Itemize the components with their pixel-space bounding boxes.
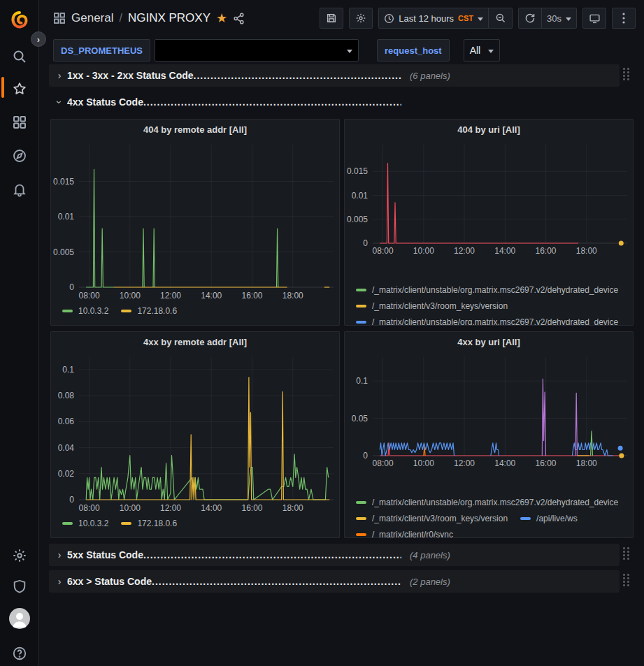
row-panel-count: (6 panels): [410, 71, 450, 81]
grafana-logo-icon[interactable]: [0, 8, 39, 32]
chevron-down-icon: [488, 50, 494, 53]
chevron-down-icon: [566, 17, 571, 21]
legend-item[interactable]: /_matrix/client/v3/room_keys/version: [356, 514, 508, 523]
panel-4xx-by-remote-addr: 4xx by remote addr [All] 00.020.040.060.…: [50, 331, 340, 538]
row-title: 5xx Status Code: [67, 549, 143, 560]
share-icon[interactable]: [233, 13, 245, 24]
legend-series-label: 172.18.0.6: [137, 519, 177, 528]
panel-legend: /_matrix/client/unstable/org.matrix.msc2…: [356, 494, 630, 538]
svg-text:12:00: 12:00: [160, 291, 181, 301]
sidebar-expand-button[interactable]: ›: [31, 31, 46, 47]
svg-text:14:00: 14:00: [201, 503, 222, 513]
favorite-star-icon[interactable]: ★: [216, 12, 227, 24]
svg-text:14:00: 14:00: [494, 458, 515, 468]
time-range-picker[interactable]: Last 12 hours CST: [378, 8, 489, 29]
row-drag-handle[interactable]: [623, 547, 631, 563]
legend-series-label: 172.18.0.6: [137, 306, 177, 316]
svg-text:08:00: 08:00: [373, 458, 394, 468]
help-icon[interactable]: [0, 642, 39, 665]
starred-dashboards-icon[interactable]: [0, 77, 39, 101]
row-header-5xx[interactable]: › 5xx Status Code ......................…: [49, 544, 620, 566]
svg-text:0.06: 0.06: [58, 417, 75, 426]
legend-row: 10.0.3.2172.18.0.6: [62, 303, 336, 319]
panel-title[interactable]: 4xx by uri [All]: [345, 332, 633, 352]
search-icon[interactable]: [0, 45, 39, 68]
zoom-out-time-button[interactable]: [489, 8, 513, 29]
row-header-1xx-3xx-2xx[interactable]: › 1xx - 3xx - 2xx Status Code ..........…: [49, 64, 620, 87]
svg-text:0.005: 0.005: [347, 215, 368, 224]
legend-item[interactable]: 10.0.3.2: [62, 306, 108, 316]
svg-text:18:00: 18:00: [576, 246, 597, 256]
alerting-bell-icon[interactable]: [0, 178, 39, 201]
legend-item[interactable]: /_matrix/client/unstable/org.matrix.msc2…: [356, 317, 618, 326]
row-header-4xx[interactable]: › 4xx Status Code ......................…: [49, 92, 620, 112]
legend-item[interactable]: /_matrix/client/r0/sync: [356, 530, 453, 539]
dashboard-settings-button[interactable]: [349, 8, 373, 29]
tv-mode-button[interactable]: [582, 8, 606, 29]
grafana-app: › General / NGINX PROXY ★: [0, 0, 644, 666]
svg-text:18:00: 18:00: [576, 458, 597, 468]
refresh-interval-picker[interactable]: 30s: [542, 8, 577, 29]
panel-title[interactable]: 4xx by remote addr [All]: [51, 332, 339, 352]
row-drag-handle[interactable]: [623, 68, 631, 83]
svg-text:0.02: 0.02: [58, 469, 75, 479]
row-header-6xx[interactable]: › 6xx > Status Code ....................…: [49, 570, 620, 593]
timeseries-chart[interactable]: 00.0050.010.01508:0010:0012:0014:0016:00…: [51, 140, 339, 305]
user-avatar[interactable]: [0, 607, 39, 630]
timezone-label: CST: [458, 14, 473, 22]
row-drag-handle[interactable]: [623, 574, 631, 589]
panel-legend: 10.0.3.2172.18.0.6: [62, 515, 336, 531]
row-leader-dots: ........................................…: [152, 576, 401, 587]
dashboard-title[interactable]: NGINX PROXY: [128, 11, 210, 25]
legend-series-label: /_matrix/client/r0/sync: [372, 530, 453, 539]
legend-item[interactable]: 172.18.0.6: [121, 519, 177, 528]
timeseries-chart[interactable]: 00.050.108:0010:0012:0014:0016:0018:00: [345, 353, 633, 472]
variable-ds-prometheus-label[interactable]: DS_PROMETHEUS: [53, 39, 150, 61]
explore-compass-icon[interactable]: [0, 144, 39, 168]
legend-series-swatch-icon: [62, 310, 73, 312]
refresh-button[interactable]: [518, 8, 542, 29]
svg-text:10:00: 10:00: [120, 503, 141, 513]
server-admin-shield-icon[interactable]: [0, 574, 39, 598]
legend-row: /_matrix/client/v3/room_keys/version: [356, 298, 630, 314]
legend-series-swatch-icon: [121, 310, 131, 312]
refresh-controls: 30s: [518, 8, 577, 29]
row-title: 4xx Status Code: [67, 96, 143, 108]
apps-grid-icon[interactable]: [53, 12, 66, 24]
svg-text:12:00: 12:00: [160, 503, 181, 513]
legend-series-label: 10.0.3.2: [78, 519, 108, 528]
timeseries-chart[interactable]: 00.0050.010.01508:0010:0012:0014:0016:00…: [345, 140, 633, 259]
legend-item[interactable]: /api/live/ws: [520, 514, 578, 523]
legend-series-label: /_matrix/client/unstable/org.matrix.msc2…: [372, 498, 618, 507]
legend-series-swatch-icon: [356, 305, 366, 307]
configuration-gear-icon[interactable]: [0, 544, 39, 567]
breadcrumb-folder[interactable]: General: [71, 11, 113, 25]
svg-text:18:00: 18:00: [282, 291, 303, 301]
svg-text:16:00: 16:00: [242, 291, 263, 301]
legend-item[interactable]: 10.0.3.2: [62, 519, 108, 528]
svg-text:0.04: 0.04: [58, 443, 75, 453]
legend-series-swatch-icon: [62, 522, 73, 525]
sidebar: [0, 0, 39, 666]
kebab-menu-button[interactable]: [612, 8, 636, 29]
dashboards-icon[interactable]: [0, 110, 39, 134]
variable-request-host-select[interactable]: All: [464, 39, 500, 61]
save-dashboard-button[interactable]: [320, 8, 343, 29]
variable-request-host-label[interactable]: request_host: [377, 39, 450, 61]
timeseries-chart[interactable]: 00.020.040.060.080.108:0010:0012:0014:00…: [51, 353, 339, 518]
legend-item[interactable]: /_matrix/client/unstable/org.matrix.msc2…: [356, 498, 618, 507]
panel-4xx-by-uri: 4xx by uri [All] 00.050.108:0010:0012:00…: [344, 331, 634, 538]
legend-item[interactable]: /_matrix/client/v3/room_keys/version: [356, 301, 508, 311]
panel-title[interactable]: 404 by remote addr [All]: [51, 120, 339, 139]
svg-text:14:00: 14:00: [201, 291, 222, 301]
panel-title[interactable]: 404 by uri [All]: [345, 120, 633, 139]
legend-item[interactable]: /_matrix/client/unstable/org.matrix.msc2…: [356, 285, 618, 295]
chevron-down-icon: ›: [54, 97, 65, 107]
legend-item[interactable]: 172.18.0.6: [121, 306, 177, 316]
svg-text:08:00: 08:00: [79, 503, 100, 513]
svg-text:0: 0: [69, 282, 74, 292]
legend-series-swatch-icon: [356, 501, 366, 504]
legend-series-swatch-icon: [356, 321, 366, 324]
variable-ds-prometheus-select[interactable]: [155, 39, 359, 61]
time-range-label: Last 12 hours: [399, 13, 454, 24]
